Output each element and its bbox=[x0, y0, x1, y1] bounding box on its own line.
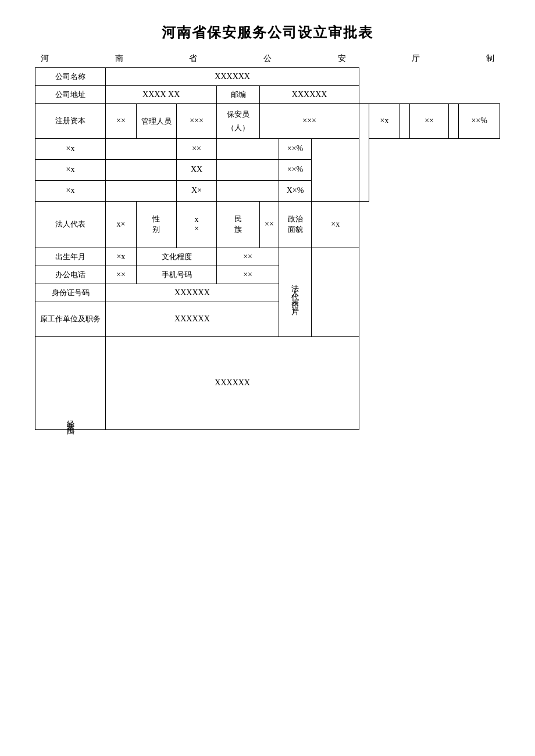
table-row: ×x X× X×% bbox=[35, 180, 500, 201]
r4c2-empty bbox=[106, 159, 177, 180]
table-row: ×x XX ××% bbox=[35, 159, 500, 180]
r2c3-empty bbox=[449, 104, 459, 139]
page-title: 河南省保安服务公司设立审批表 bbox=[35, 23, 500, 42]
r5c1: ×x bbox=[35, 180, 106, 201]
mobile-label: 手机号码 bbox=[136, 266, 217, 284]
prev-work-label: 原工作单位及职务 bbox=[35, 302, 106, 336]
table-row: 法人代表 x× 性别 x× 民族 ×× 政治面貌 ×x bbox=[35, 201, 500, 248]
legal-rep-name: x× bbox=[106, 201, 137, 248]
ethnicity-label: 民族 bbox=[217, 201, 260, 248]
ethnicity-value: ×× bbox=[260, 201, 279, 248]
biz-scope-label: 经营范围 bbox=[35, 336, 106, 429]
empty-label-1 bbox=[359, 104, 369, 202]
r2c2-empty bbox=[400, 104, 409, 139]
main-table: 公司名称 XXXXXX 公司地址 XXXX XX 邮编 XXXXXX 注册资本 … bbox=[35, 67, 500, 430]
r3c3: ××% bbox=[279, 138, 311, 159]
legal-rep-label: 法人代表 bbox=[35, 201, 106, 248]
table-row: 公司名称 XXXXXX bbox=[35, 68, 500, 86]
education-label: 文化程度 bbox=[136, 248, 217, 266]
r4c3-empty bbox=[217, 159, 279, 180]
id-label: 身份证号码 bbox=[35, 284, 106, 302]
r5c3-empty bbox=[217, 180, 279, 201]
id-value: XXXXXX bbox=[106, 284, 279, 302]
company-name-label: 公司名称 bbox=[35, 68, 106, 86]
postal-code-value: XXXXXX bbox=[260, 86, 359, 104]
education-value: ×× bbox=[217, 248, 279, 266]
r4c1: ×x bbox=[35, 159, 106, 180]
r3c2-empty bbox=[106, 138, 177, 159]
political-label: 政治面貌 bbox=[279, 201, 311, 248]
photo-label: 法人代表照片 bbox=[279, 248, 311, 336]
subtitle-bar: 河 南 省 公 安 厅 制 bbox=[35, 53, 500, 64]
company-name-value: XXXXXX bbox=[106, 68, 359, 86]
office-phone-label: 办公电话 bbox=[35, 266, 106, 284]
biz-scope-value: XXXXXX bbox=[106, 336, 359, 429]
r2c2: ×× bbox=[409, 104, 449, 139]
gender-value: x× bbox=[176, 201, 217, 248]
photo-area bbox=[312, 248, 359, 336]
r5c3: X×% bbox=[279, 180, 311, 201]
r5c2: X× bbox=[176, 180, 217, 201]
office-phone-value: ×× bbox=[106, 266, 137, 284]
table-row: 原工作单位及职务 XXXXXX bbox=[35, 302, 500, 336]
gender-label: 性别 bbox=[136, 201, 176, 248]
table-row: 出生年月 ×x 文化程度 ×× 法人代表照片 bbox=[35, 248, 500, 266]
r2c3: ××% bbox=[459, 104, 500, 139]
reg-capital-v2: ××× bbox=[176, 104, 217, 139]
r3c3-empty bbox=[217, 138, 279, 159]
r2c1: ×x bbox=[369, 104, 400, 139]
table-row: 办公电话 ×× 手机号码 ×× bbox=[35, 266, 500, 284]
company-address-value: XXXX XX bbox=[106, 86, 217, 104]
birth-value: ×x bbox=[106, 248, 137, 266]
mobile-value: ×× bbox=[217, 266, 279, 284]
r4c2: XX bbox=[176, 159, 217, 180]
company-address-label: 公司地址 bbox=[35, 86, 106, 104]
table-row: 经营范围 XXXXXX bbox=[35, 336, 500, 429]
reg-capital-v1: ×× bbox=[106, 104, 137, 139]
r3c1: ×x bbox=[35, 138, 106, 159]
r5c2-empty bbox=[106, 180, 177, 201]
postal-code-label: 邮编 bbox=[217, 86, 260, 104]
table-row: ×x ×× ××% bbox=[35, 138, 500, 159]
security-guard-label: 保安员（人） bbox=[217, 104, 260, 139]
table-row: 公司地址 XXXX XX 邮编 XXXXXX bbox=[35, 86, 500, 104]
birth-label: 出生年月 bbox=[35, 248, 106, 266]
table-row: 身份证号码 XXXXXX bbox=[35, 284, 500, 302]
r4c3: ××% bbox=[279, 159, 311, 180]
mgr-label: 管理人员 bbox=[136, 104, 176, 139]
political-value: ×x bbox=[312, 201, 359, 248]
reg-capital-label: 注册资本 bbox=[35, 104, 106, 139]
security-guard-value: ××× bbox=[260, 104, 359, 139]
prev-work-value: XXXXXX bbox=[106, 302, 279, 336]
r3c2: ×× bbox=[176, 138, 217, 159]
